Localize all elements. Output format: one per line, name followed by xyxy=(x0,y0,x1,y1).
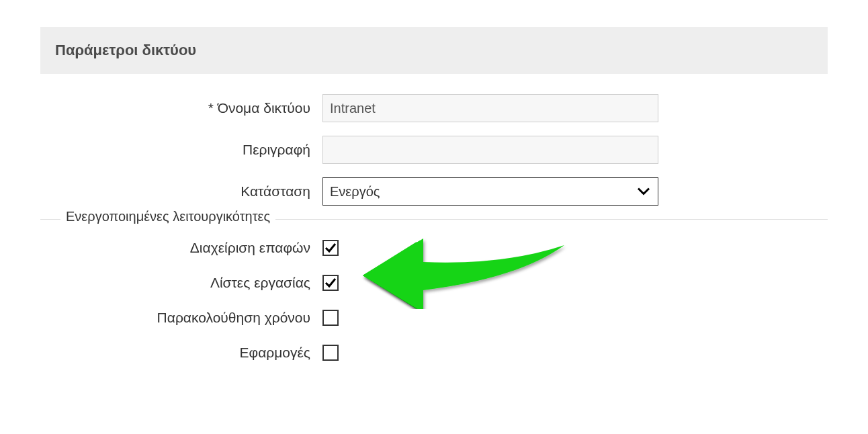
input-description[interactable] xyxy=(322,136,658,164)
select-status[interactable]: Ενεργός xyxy=(322,177,658,206)
row-description: Περιγραφή xyxy=(40,136,828,164)
label-feature-time-tracking: Παρακολούθηση χρόνου xyxy=(40,310,322,326)
checkbox-feature-apps[interactable] xyxy=(322,345,339,361)
label-network-name: * Όνομα δικτύου xyxy=(40,100,322,116)
panel-title: Παράμετροι δικτύου xyxy=(40,27,828,74)
checkbox-feature-contacts[interactable] xyxy=(322,240,339,256)
section-divider: Ενεργοποιημένες λειτουργικότητες xyxy=(40,219,828,220)
input-network-name[interactable] xyxy=(322,94,658,122)
row-status: Κατάσταση Ενεργός xyxy=(40,177,828,206)
label-feature-worklists: Λίστες εργασίας xyxy=(40,275,322,291)
row-feature-time-tracking: Παρακολούθηση χρόνου xyxy=(40,310,828,326)
label-description: Περιγραφή xyxy=(40,142,322,158)
row-network-name: * Όνομα δικτύου xyxy=(40,94,828,122)
section-label-features: Ενεργοποιημένες λειτουργικότητες xyxy=(60,209,275,224)
label-feature-apps: Εφαρμογές xyxy=(40,345,322,361)
row-feature-worklists: Λίστες εργασίας xyxy=(40,275,828,291)
label-status: Κατάσταση xyxy=(40,183,322,200)
row-feature-contacts: Διαχείριση επαφών xyxy=(40,240,828,256)
checkbox-feature-time-tracking[interactable] xyxy=(322,310,339,326)
checkbox-feature-worklists[interactable] xyxy=(322,275,339,291)
label-feature-contacts: Διαχείριση επαφών xyxy=(40,240,322,256)
row-feature-apps: Εφαρμογές xyxy=(40,345,828,361)
